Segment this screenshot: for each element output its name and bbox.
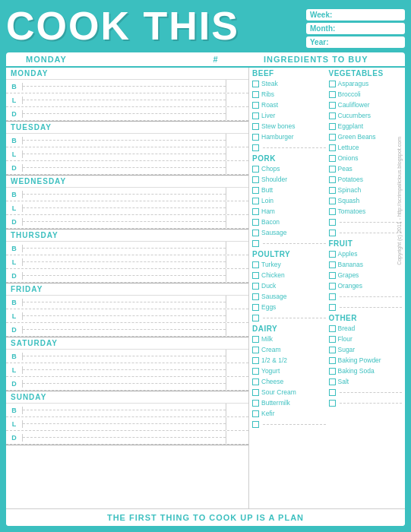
poultry-eggs-checkbox[interactable] bbox=[252, 304, 259, 311]
dairy-yogurt-checkbox[interactable] bbox=[252, 368, 259, 375]
beef-stewbones-checkbox[interactable] bbox=[252, 123, 259, 130]
other-blank1-checkbox[interactable] bbox=[329, 389, 336, 396]
other-bakingpowder-checkbox[interactable] bbox=[329, 357, 336, 364]
monday-B-hash bbox=[226, 80, 248, 93]
pork-chops-checkbox[interactable] bbox=[252, 166, 259, 173]
dairy-blank-checkbox[interactable] bbox=[252, 421, 259, 428]
sunday-D-line[interactable] bbox=[23, 437, 226, 438]
fruit-blank1-checkbox[interactable] bbox=[329, 293, 336, 300]
other-bread-item: Bread bbox=[329, 323, 403, 334]
pork-ham-checkbox[interactable] bbox=[252, 208, 259, 215]
week-field-container: Week: bbox=[306, 9, 405, 21]
poultry-duck-checkbox[interactable] bbox=[252, 283, 259, 290]
dairy-buttermilk-checkbox[interactable] bbox=[252, 400, 259, 407]
tuesday-D-line[interactable] bbox=[23, 167, 226, 168]
fruit-oranges-checkbox[interactable] bbox=[329, 283, 336, 290]
friday-B-line[interactable] bbox=[23, 302, 226, 302]
saturday-L-line[interactable] bbox=[23, 369, 226, 370]
veg-squash-checkbox[interactable] bbox=[329, 198, 336, 204]
saturday-B-hash bbox=[226, 350, 248, 363]
beef-section: BEEF Steak Ribs Roast Liver Stew bones H… bbox=[252, 69, 326, 153]
dairy-milk-checkbox[interactable] bbox=[252, 336, 259, 343]
pork-loin-checkbox[interactable] bbox=[252, 198, 259, 204]
beef-hamburger-checkbox[interactable] bbox=[252, 134, 259, 141]
pork-blank-item bbox=[252, 238, 326, 249]
pork-bacon-checkbox[interactable] bbox=[252, 219, 259, 226]
dairy-cream-checkbox[interactable] bbox=[252, 347, 259, 353]
thursday-D-line[interactable] bbox=[23, 275, 226, 276]
poultry-blank-checkbox[interactable] bbox=[252, 315, 259, 321]
pork-shoulder-checkbox[interactable] bbox=[252, 176, 259, 183]
veg-lettuce-checkbox[interactable] bbox=[329, 144, 336, 151]
saturday-B-line[interactable] bbox=[23, 356, 226, 356]
tuesday-B-line[interactable] bbox=[23, 140, 226, 141]
beef-roast-checkbox[interactable] bbox=[252, 102, 259, 109]
other-bakingsoda-checkbox[interactable] bbox=[329, 368, 336, 375]
pork-butt-checkbox[interactable] bbox=[252, 187, 259, 194]
other-blank2-checkbox[interactable] bbox=[329, 400, 336, 407]
veg-squash-item: Squash bbox=[329, 195, 403, 206]
other-salt-checkbox[interactable] bbox=[329, 378, 336, 385]
week-input[interactable] bbox=[335, 11, 411, 19]
veg-cucumbers-checkbox[interactable] bbox=[329, 112, 336, 119]
wednesday-D-line[interactable] bbox=[23, 221, 226, 222]
thursday-L-line[interactable] bbox=[23, 261, 226, 262]
veg-onions-checkbox[interactable] bbox=[329, 155, 336, 162]
sunday-section: SUNDAY B L D bbox=[6, 391, 248, 445]
other-sugar-checkbox[interactable] bbox=[329, 347, 336, 353]
sunday-L-line[interactable] bbox=[23, 423, 226, 424]
veg-asparagus-checkbox[interactable] bbox=[329, 81, 336, 87]
tuesday-L-label: L bbox=[6, 150, 23, 158]
friday-D-line[interactable] bbox=[23, 329, 226, 330]
monday-D-line[interactable] bbox=[23, 113, 226, 114]
poultry-chicken-checkbox[interactable] bbox=[252, 272, 259, 279]
veg-tomatoes-checkbox[interactable] bbox=[329, 208, 336, 215]
dairy-sourcream-checkbox[interactable] bbox=[252, 389, 259, 396]
thursday-section: THURSDAY B L D bbox=[6, 230, 248, 283]
saturday-D-line[interactable] bbox=[23, 383, 226, 384]
monday-L-line[interactable] bbox=[23, 100, 226, 100]
veg-blank2-checkbox[interactable] bbox=[329, 230, 336, 236]
tuesday-L-line[interactable] bbox=[23, 154, 226, 154]
dairy-kefir-checkbox[interactable] bbox=[252, 410, 259, 417]
veg-potatoes-checkbox[interactable] bbox=[329, 176, 336, 183]
year-input[interactable] bbox=[331, 38, 411, 46]
friday-L-line[interactable] bbox=[23, 315, 226, 316]
beef-roast-label: Roast bbox=[261, 101, 278, 109]
month-input[interactable] bbox=[338, 24, 411, 33]
veg-peas-checkbox[interactable] bbox=[329, 166, 336, 173]
poultry-eggs-label: Eggs bbox=[261, 303, 276, 311]
beef-ribs-checkbox[interactable] bbox=[252, 91, 259, 98]
fruit-bananas-checkbox[interactable] bbox=[329, 261, 336, 268]
other-bread-checkbox[interactable] bbox=[329, 325, 336, 332]
thursday-B-line[interactable] bbox=[23, 248, 226, 249]
dairy-half-checkbox[interactable] bbox=[252, 357, 259, 364]
beef-liver-checkbox[interactable] bbox=[252, 112, 259, 119]
other-flour-checkbox[interactable] bbox=[329, 336, 336, 343]
pork-chops-label: Chops bbox=[261, 165, 280, 173]
dairy-cheese-checkbox[interactable] bbox=[252, 378, 259, 385]
sunday-B-line[interactable] bbox=[23, 410, 226, 410]
pork-sausage-checkbox[interactable] bbox=[252, 230, 259, 236]
poultry-sausage-checkbox[interactable] bbox=[252, 293, 259, 300]
veg-cauliflower-checkbox[interactable] bbox=[329, 102, 336, 109]
wednesday-B-line[interactable] bbox=[23, 194, 226, 195]
beef-blank-checkbox[interactable] bbox=[252, 144, 259, 151]
veg-greenbeans-checkbox[interactable] bbox=[329, 134, 336, 141]
veg-spinach-checkbox[interactable] bbox=[329, 187, 336, 194]
beef-steak-checkbox[interactable] bbox=[252, 81, 259, 87]
monday-B-line[interactable] bbox=[23, 86, 226, 87]
fruit-grapes-checkbox[interactable] bbox=[329, 272, 336, 279]
veg-eggplant-checkbox[interactable] bbox=[329, 123, 336, 130]
veg-blank1-checkbox[interactable] bbox=[329, 219, 336, 226]
wednesday-L-line[interactable] bbox=[23, 207, 226, 208]
veg-broccoli-checkbox[interactable] bbox=[329, 91, 336, 98]
pork-bacon-item: Bacon bbox=[252, 217, 326, 227]
poultry-turkey-checkbox[interactable] bbox=[252, 261, 259, 268]
fruit-blank2-checkbox[interactable] bbox=[329, 304, 336, 311]
fruit-apples-checkbox[interactable] bbox=[329, 251, 336, 258]
pork-blank-checkbox[interactable] bbox=[252, 240, 259, 247]
wednesday-D-label: D bbox=[6, 218, 23, 226]
vegetables-section: VEGETABLES Asparagus Broccoli Cauliflowe… bbox=[329, 69, 403, 238]
tuesday-D-hash bbox=[226, 161, 248, 174]
